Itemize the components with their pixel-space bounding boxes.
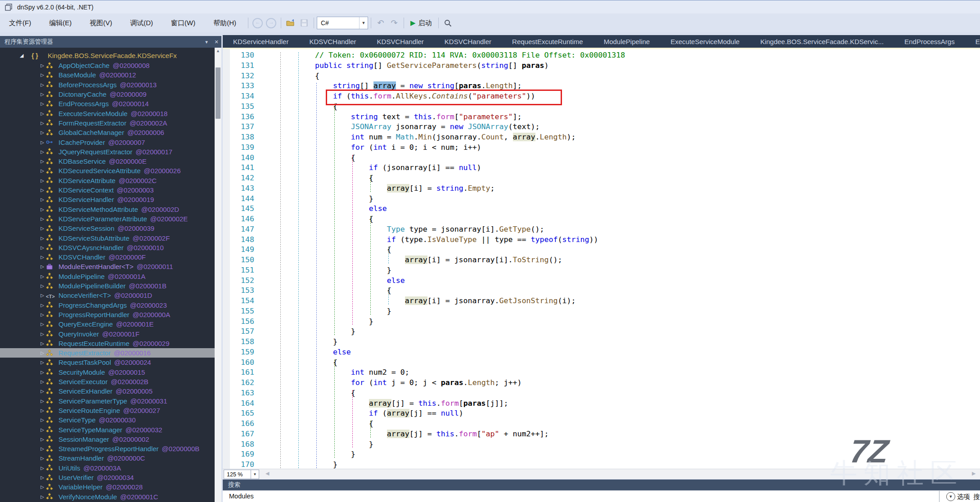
- expand-icon[interactable]: ▷: [40, 188, 45, 193]
- code-line[interactable]: 138 int num = Math.Min(jsonarray.Count, …: [223, 132, 980, 143]
- tab[interactable]: KDSVCHandler: [367, 35, 434, 48]
- expand-icon[interactable]: ▷: [40, 446, 45, 451]
- assembly-tree[interactable]: ◢ { } Kingdee.BOS.ServiceFacade.KDServic…: [0, 48, 221, 502]
- code-text[interactable]: int num2 = 0;: [279, 368, 409, 378]
- expand-icon[interactable]: ▷: [40, 168, 45, 173]
- menu-view[interactable]: 视图(V): [81, 16, 121, 30]
- tree-item[interactable]: ▷RequestExtractor@02000016: [0, 348, 215, 358]
- code-text[interactable]: {: [279, 71, 319, 81]
- tab[interactable]: Kingdee.BOS.ServiceFacade.KDServic...: [750, 35, 894, 48]
- code-text[interactable]: for (int j = 0; j < paras.Length; j++): [279, 378, 522, 388]
- tree-item[interactable]: ▷BaseModule@02000012: [0, 70, 215, 80]
- code-text[interactable]: else: [279, 347, 351, 358]
- code-text[interactable]: else: [279, 204, 387, 214]
- code-text[interactable]: int num = Math.Min(jsonarray.Count, arra…: [279, 132, 575, 143]
- start-debug-button[interactable]: ▶ 启动: [407, 17, 436, 29]
- code-line[interactable]: 142 {: [223, 173, 980, 184]
- tree-item[interactable]: ▷QueryInvoker@0200001F: [0, 329, 215, 338]
- code-text[interactable]: }: [279, 337, 337, 347]
- tab[interactable]: ExecuteS: [965, 35, 980, 48]
- save-button[interactable]: [297, 17, 311, 29]
- expand-icon[interactable]: ▷: [40, 130, 45, 135]
- editor-hscrollbar[interactable]: 125 % ▼ ◀ ▶: [223, 469, 980, 479]
- tree-item[interactable]: ▷UserVerifier@02000034: [0, 473, 215, 482]
- expand-icon[interactable]: ▷: [40, 159, 45, 164]
- expand-icon[interactable]: ▷: [40, 379, 45, 384]
- tree-root-namespace[interactable]: ◢ { } Kingdee.BOS.ServiceFacade.KDServic…: [0, 51, 215, 60]
- tree-item[interactable]: ▷ServiceTypeManager@02000032: [0, 425, 215, 434]
- expand-icon[interactable]: ▷: [40, 149, 45, 154]
- expand-icon[interactable]: ▷: [40, 283, 45, 288]
- code-line[interactable]: 137 JSONArray jsonarray = new JSONArray(…: [223, 122, 980, 132]
- code-text[interactable]: Type type = jsonarray[i].GetType();: [279, 224, 544, 235]
- tree-item[interactable]: ▷RequestTaskPool@02000024: [0, 358, 215, 367]
- code-editor[interactable]: 130 // Token: 0x06000072 RID: 114 RVA: 0…: [223, 49, 980, 469]
- tree-item[interactable]: ▷KDServiceHandler@02000019: [0, 195, 215, 204]
- tree-scrollbar[interactable]: ▲: [215, 48, 221, 502]
- code-text[interactable]: array[j] = this.form[paras[j]];: [279, 399, 508, 409]
- code-line[interactable]: 156 }: [223, 317, 980, 327]
- expand-icon[interactable]: ▷: [40, 245, 45, 250]
- tree-item[interactable]: ▷KDSecuredServiceAttribute@02000026: [0, 166, 215, 175]
- expand-icon[interactable]: ▷: [40, 408, 45, 413]
- expand-icon[interactable]: ▷: [40, 264, 45, 269]
- expand-icon[interactable]: ▷: [40, 255, 45, 260]
- code-text[interactable]: }: [279, 439, 373, 450]
- tree-item[interactable]: ▷KDServiceAttribute@0200002C: [0, 176, 215, 185]
- expand-icon[interactable]: ▷: [40, 399, 45, 403]
- expand-icon[interactable]: ▷: [40, 216, 45, 221]
- tree-item[interactable]: ▷VerifyNonceModule@0200001C: [0, 492, 215, 502]
- tree-item[interactable]: ▷BeforeProcessArgs@02000013: [0, 80, 215, 90]
- expand-icon[interactable]: ▷: [40, 350, 45, 355]
- code-text[interactable]: public string[] GetServiceParameters(str…: [279, 61, 549, 71]
- tab[interactable]: ExecuteServiceModule: [660, 35, 750, 48]
- expand-icon[interactable]: ▷: [40, 484, 45, 489]
- code-line[interactable]: 132 {: [223, 71, 980, 81]
- code-text[interactable]: }: [279, 449, 355, 460]
- tree-item[interactable]: ▷SecurityModule@02000015: [0, 368, 215, 377]
- tree-item[interactable]: ▷KDServiceParameterAttribute@0200002E: [0, 214, 215, 224]
- search-scope-value[interactable]: Modules: [229, 493, 254, 500]
- tree-item[interactable]: ▷GlobalCacheManager@02000006: [0, 128, 215, 137]
- tree-item[interactable]: ▷ServiceExHandler@02000005: [0, 386, 215, 396]
- code-line[interactable]: 147 Type type = jsonarray[i].GetType();: [223, 224, 980, 235]
- scroll-left-icon[interactable]: ◀: [265, 471, 269, 476]
- code-text[interactable]: {: [279, 173, 373, 184]
- code-line[interactable]: 152 else: [223, 276, 980, 286]
- tab[interactable]: KDSVCHandler: [434, 35, 502, 48]
- code-line[interactable]: 158 }: [223, 337, 980, 347]
- code-text[interactable]: {: [279, 245, 391, 255]
- code-line[interactable]: 155 }: [223, 306, 980, 317]
- tree-item[interactable]: ▷DictonaryCache@02000009: [0, 90, 215, 99]
- code-line[interactable]: 148 if (type.IsValueType || type == type…: [223, 235, 980, 245]
- code-text[interactable]: array[i] = string.Empty;: [279, 184, 495, 194]
- tree-item[interactable]: ▷KDServiceStubAttribute@0200002F: [0, 233, 215, 242]
- scroll-right-icon[interactable]: ▶: [972, 471, 976, 476]
- tree-item[interactable]: ▷ServiceType@02000030: [0, 415, 215, 425]
- code-line[interactable]: 151 }: [223, 265, 980, 276]
- code-line[interactable]: 169 }: [223, 449, 980, 460]
- code-text[interactable]: JSONArray jsonarray = new JSONArray(text…: [279, 122, 540, 132]
- tree-item[interactable]: ▷StreamHandler@0200000C: [0, 453, 215, 463]
- code-text[interactable]: for (int i = 0; i < num; i++): [279, 143, 481, 153]
- menu-edit[interactable]: 编辑(E): [40, 16, 81, 30]
- nav-back-button[interactable]: ←: [251, 17, 265, 29]
- expand-icon[interactable]: ▷: [40, 332, 45, 336]
- code-line[interactable]: 143 array[i] = string.Empty;: [223, 184, 980, 194]
- panel-menu-icon[interactable]: ▾: [202, 39, 211, 45]
- tree-item[interactable]: ▷KDSVCAysncHandler@02000010: [0, 243, 215, 252]
- open-file-button[interactable]: [284, 17, 297, 29]
- code-text[interactable]: if (type.IsValueType || type == typeof(s…: [279, 235, 598, 245]
- expand-icon[interactable]: ▷: [40, 360, 45, 365]
- code-line[interactable]: 153 {: [223, 286, 980, 296]
- tab[interactable]: EndProcessArgs: [894, 35, 965, 48]
- menu-file[interactable]: 文件(F): [0, 16, 40, 30]
- expand-icon[interactable]: ▷: [40, 322, 45, 327]
- code-line[interactable]: 146 {: [223, 214, 980, 224]
- code-line[interactable]: 141 if (jsonarray[i] == null): [223, 163, 980, 173]
- code-line[interactable]: 161 int num2 = 0;: [223, 368, 980, 378]
- expand-icon[interactable]: ▷: [40, 101, 45, 106]
- language-combobox[interactable]: C# ▼: [317, 17, 368, 29]
- code-line[interactable]: 160 {: [223, 358, 980, 368]
- expand-icon[interactable]: ▷: [40, 92, 45, 97]
